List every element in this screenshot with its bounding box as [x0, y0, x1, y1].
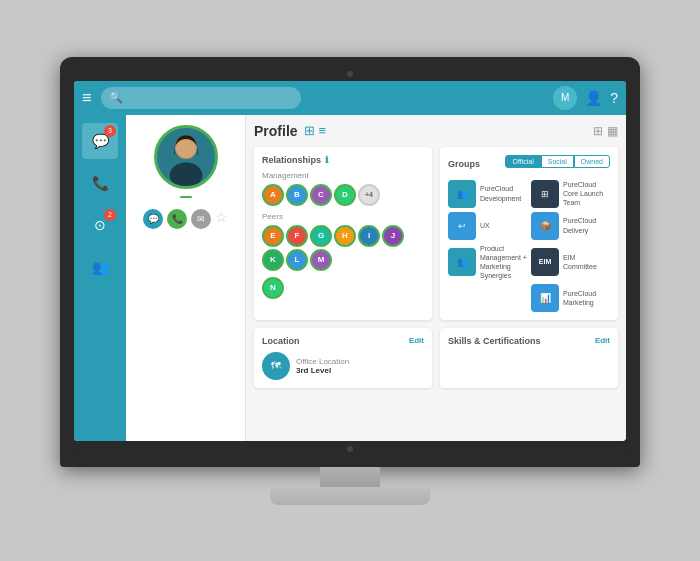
- peers-label: Peers: [262, 212, 424, 221]
- contacts-icon: 👥: [92, 259, 109, 275]
- cards-row-1: Relationships ℹ Management A B C D +4: [254, 147, 618, 320]
- monitor: ≡ 🔍 M 👤 ? 💬 3: [60, 57, 640, 505]
- groups-card-header: Groups Official Social Owned: [448, 155, 610, 174]
- org-chart-icon[interactable]: ⊞: [304, 123, 315, 138]
- skills-card-title: Skills & Certifications Edit: [448, 336, 610, 346]
- avatar-peer-10[interactable]: N: [262, 277, 284, 299]
- avatar-peer-8[interactable]: L: [286, 249, 308, 271]
- avatar-peer-1[interactable]: E: [262, 225, 284, 247]
- info-icon[interactable]: ℹ: [325, 155, 328, 165]
- group-name-8: PureCloud Marketing: [563, 289, 610, 307]
- group-item-6[interactable]: EIM EIM Committee: [531, 244, 610, 280]
- skills-card: Skills & Certifications Edit: [440, 328, 618, 388]
- list-view-icon[interactable]: ▦: [607, 124, 618, 138]
- group-icon-1: 👥: [448, 180, 476, 208]
- group-name-5: Product Management + Marketing Synergies: [480, 244, 527, 280]
- group-icon-3: ↩: [448, 212, 476, 240]
- management-avatars: A B C D +4: [262, 184, 424, 206]
- avatar-mgmt-3[interactable]: C: [310, 184, 332, 206]
- message-action-btn[interactable]: 💬: [143, 209, 163, 229]
- group-item-4[interactable]: 📦 PureCloud Delivery: [531, 212, 610, 240]
- avatar-peer-5[interactable]: I: [358, 225, 380, 247]
- group-item-2[interactable]: ⊞ PureCloud Core Launch Team: [531, 180, 610, 208]
- groups-card: Groups Official Social Owned 👥: [440, 147, 618, 320]
- screen: ≡ 🔍 M 👤 ? 💬 3: [74, 81, 626, 441]
- group-icon-5: 👥: [448, 248, 476, 276]
- avatar-mgmt-1[interactable]: A: [262, 184, 284, 206]
- voicemail-badge: 2: [104, 209, 116, 221]
- group-icon-6: EIM: [531, 248, 559, 276]
- avatar-mgmt-4[interactable]: D: [334, 184, 356, 206]
- bottom-bezel: [74, 441, 626, 457]
- group-icon-8: 📊: [531, 284, 559, 312]
- people-icon-top[interactable]: 👤: [585, 90, 602, 106]
- peers-avatars: E F G H I J K L M: [262, 225, 424, 271]
- sidebar-item-phone[interactable]: 📞: [82, 165, 118, 201]
- voicemail-icon: ⊙: [94, 217, 106, 233]
- peers-avatars-2: N: [262, 277, 424, 299]
- skills-edit-link[interactable]: Edit: [595, 336, 610, 345]
- avatar-mgmt-more[interactable]: +4: [358, 184, 380, 206]
- group-name-6: EIM Committee: [563, 253, 610, 271]
- location-card-title: Location Edit: [262, 336, 424, 346]
- search-icon: 🔍: [109, 91, 123, 104]
- sidebar-item-chat[interactable]: 💬 3: [82, 123, 118, 159]
- location-card: Location Edit 🗺 Office Location 3rd Leve…: [254, 328, 432, 388]
- list-sort-icon[interactable]: ≡: [319, 123, 327, 138]
- relationships-card-title: Relationships ℹ: [262, 155, 424, 165]
- help-icon-top[interactable]: ?: [610, 90, 618, 106]
- email-action-btn[interactable]: ✉: [191, 209, 211, 229]
- office-location-value: 3rd Level: [296, 366, 349, 375]
- status-badge: [180, 196, 192, 198]
- group-item-3[interactable]: ↩ UX: [448, 212, 527, 240]
- monitor-base: [270, 487, 430, 505]
- avatar-peer-4[interactable]: H: [334, 225, 356, 247]
- search-bar[interactable]: 🔍: [101, 87, 301, 109]
- top-bar-right: M 👤 ?: [553, 86, 618, 110]
- sidebar-item-voicemail[interactable]: ⊙ 2: [82, 207, 118, 243]
- camera: [347, 71, 353, 77]
- group-item-1[interactable]: 👥 PureCloud Development: [448, 180, 527, 208]
- group-item-5[interactable]: 👥 Product Management + Marketing Synergi…: [448, 244, 527, 280]
- profile-avatar: [154, 125, 218, 189]
- location-edit-link[interactable]: Edit: [409, 336, 424, 345]
- profile-avatar-wrap: [154, 125, 218, 189]
- user-avatar-top[interactable]: M: [553, 86, 577, 110]
- avatar-peer-2[interactable]: F: [286, 225, 308, 247]
- grid-view-icon[interactable]: ⊞: [593, 124, 603, 138]
- groups-grid: 👥 PureCloud Development ⊞ PureCloud Core…: [448, 180, 610, 312]
- avatar-peer-7[interactable]: K: [262, 249, 284, 271]
- profile-actions: 💬 📞 ✉ ☆: [143, 209, 228, 229]
- screen-bezel: ≡ 🔍 M 👤 ? 💬 3: [60, 57, 640, 467]
- group-name-2: PureCloud Core Launch Team: [563, 180, 610, 207]
- avatar-peer-3[interactable]: G: [310, 225, 332, 247]
- avatar-mgmt-2[interactable]: B: [286, 184, 308, 206]
- relationships-card: Relationships ℹ Management A B C D +4: [254, 147, 432, 320]
- group-name-4: PureCloud Delivery: [563, 216, 610, 234]
- top-bar: ≡ 🔍 M 👤 ?: [74, 81, 626, 115]
- group-icon-2: ⊞: [531, 180, 559, 208]
- chat-badge: 3: [104, 125, 116, 137]
- avatar-peer-9[interactable]: M: [310, 249, 332, 271]
- phone-icon: 📞: [92, 175, 109, 191]
- favorite-icon[interactable]: ☆: [215, 209, 228, 229]
- hamburger-icon[interactable]: ≡: [82, 89, 91, 107]
- groups-filter: Official Social Owned: [505, 155, 610, 168]
- filter-social-btn[interactable]: Social: [541, 155, 574, 168]
- content-area: Profile ⊞ ≡ ⊞ ▦: [246, 115, 626, 441]
- cards-row-2: Location Edit 🗺 Office Location 3rd Leve…: [254, 328, 618, 388]
- call-action-btn[interactable]: 📞: [167, 209, 187, 229]
- filter-official-btn[interactable]: Official: [505, 155, 540, 168]
- svg-point-2: [169, 162, 202, 187]
- sidebar-item-contacts[interactable]: 👥: [82, 249, 118, 285]
- group-item-7: [448, 284, 527, 312]
- group-item-8[interactable]: 📊 PureCloud Marketing: [531, 284, 610, 312]
- group-icon-4: 📦: [531, 212, 559, 240]
- location-map-icon: 🗺: [262, 352, 290, 380]
- profile-panel: 💬 📞 ✉ ☆: [126, 115, 246, 441]
- page-title: Profile: [254, 123, 298, 139]
- monitor-neck: [320, 467, 380, 487]
- filter-owned-btn[interactable]: Owned: [574, 155, 610, 168]
- avatar-peer-6[interactable]: J: [382, 225, 404, 247]
- profile-header-icons: ⊞ ≡: [304, 123, 327, 138]
